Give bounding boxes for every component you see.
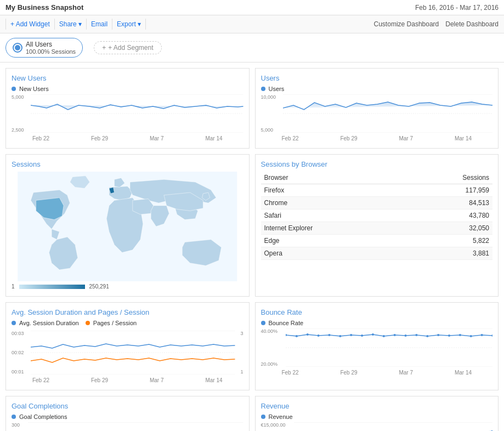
add-segment-icon: +	[102, 44, 106, 52]
revenue-widget: Revenue Revenue €15,000.00 €7,500.00	[255, 396, 499, 431]
users-legend: Users	[261, 86, 493, 92]
new-users-legend-label: New Users	[19, 86, 49, 92]
svg-point-26	[426, 335, 428, 337]
browser-table-body: Firefox117,959Chrome84,513Safari43,780In…	[261, 184, 493, 260]
browser-table-row: Firefox117,959	[261, 184, 493, 197]
segment-pill[interactable]: All Users 100.00% Sessions	[5, 38, 83, 58]
goal-completions-chart	[28, 422, 243, 431]
map-scale-bar	[19, 285, 85, 289]
browser-sessions: 32,050	[405, 222, 492, 235]
world-map-svg	[12, 172, 243, 281]
add-segment-button[interactable]: + + Add Segment	[94, 41, 161, 54]
browser-sessions: 5,822	[405, 235, 492, 247]
users-y-max: 10,000	[261, 94, 276, 100]
new-users-x-labels: Feb 22 Feb 29 Mar 7 Mar 14	[12, 134, 243, 143]
svg-point-16	[317, 334, 319, 337]
segment-bar: All Users 100.00% Sessions + + Add Segme…	[0, 33, 504, 63]
svg-point-28	[448, 334, 450, 337]
avg-session-dot2	[86, 321, 90, 325]
add-widget-button[interactable]: + Add Widget	[5, 19, 55, 30]
goal-completions-label: Goal Completions	[19, 413, 67, 420]
bounce-y-mid: 20.00%	[261, 361, 278, 367]
browser-table-row: Safari43,780	[261, 209, 493, 222]
new-users-widget: New Users New Users 5,000 2,500	[5, 68, 250, 149]
browser-table-row: Opera3,881	[261, 247, 493, 260]
users-title: Users	[261, 74, 493, 82]
top-bar: My Business Snapshot Feb 16, 2016 - Mar …	[0, 0, 504, 15]
browser-sessions: 117,959	[405, 184, 492, 197]
revenue-chart	[294, 422, 493, 431]
browser-name: Opera	[261, 247, 406, 260]
goal-y-max: 300	[12, 422, 20, 428]
revenue-dot	[261, 415, 265, 419]
segment-name: All Users	[26, 41, 76, 48]
new-users-legend: New Users	[12, 86, 243, 92]
sessions-widget: Sessions	[5, 154, 250, 297]
toolbar-right: Customize Dashboard Delete Dashboard	[374, 20, 499, 28]
sessions-by-browser-widget: Sessions by Browser Browser Sessions Fir…	[255, 154, 499, 297]
customize-dashboard-button[interactable]: Customize Dashboard	[374, 20, 439, 28]
avg-session-widget: Avg. Session Duration and Pages / Sessio…	[5, 302, 250, 390]
svg-point-21	[371, 333, 373, 336]
revenue-y-max: €15,000.00	[261, 422, 286, 428]
revenue-legend: Revenue	[261, 413, 493, 420]
bounce-rate-x-labels: Feb 22 Feb 29 Mar 7 Mar 14	[261, 368, 493, 377]
new-users-y-max: 5,000	[12, 94, 24, 100]
avg-session-chart	[31, 331, 235, 375]
segment-info: All Users 100.00% Sessions	[26, 41, 76, 55]
new-users-chart	[31, 94, 243, 133]
browser-name: Safari	[261, 209, 406, 222]
bounce-rate-dot	[261, 321, 265, 325]
delete-dashboard-button[interactable]: Delete Dashboard	[445, 20, 499, 28]
browser-name: Firefox	[261, 184, 406, 197]
avg-session-title: Avg. Session Duration and Pages / Sessio…	[12, 308, 243, 316]
sessions-col-header: Sessions	[405, 172, 492, 184]
browser-table: Browser Sessions Firefox117,959Chrome84,…	[261, 172, 493, 260]
avg-session-x-labels: Feb 22 Feb 29 Mar 7 Mar 14	[12, 376, 243, 384]
page-title: My Business Snapshot	[5, 3, 83, 12]
new-users-legend-dot	[12, 87, 16, 91]
svg-point-31	[480, 334, 483, 336]
bounce-y-max: 40.00%	[261, 328, 278, 334]
goal-completions-legend: Goal Completions	[12, 413, 243, 420]
share-button[interactable]: Share ▾	[55, 19, 87, 30]
browser-col-header: Browser	[261, 172, 406, 184]
svg-point-20	[361, 334, 363, 337]
add-segment-label: + Add Segment	[108, 44, 153, 52]
toolbar: + Add Widget Share ▾ Email Export ▾ Cust…	[0, 15, 504, 33]
avg-y-max: 00:03	[12, 331, 24, 336]
goal-completions-dot	[12, 415, 16, 419]
browser-table-row: Edge5,822	[261, 235, 493, 247]
users-legend-dot	[261, 87, 265, 91]
export-button[interactable]: Export ▾	[112, 19, 146, 30]
revenue-title: Revenue	[261, 402, 493, 410]
email-button[interactable]: Email	[87, 19, 112, 30]
svg-point-32	[491, 334, 492, 337]
avg-session-legend2: Pages / Session	[86, 320, 137, 326]
toolbar-left: + Add Widget Share ▾ Email Export ▾	[5, 19, 146, 30]
new-users-title: New Users	[12, 74, 243, 82]
svg-point-29	[458, 334, 461, 336]
svg-point-24	[404, 334, 406, 337]
date-range: Feb 16, 2016 - Mar 17, 2016	[415, 4, 499, 12]
map-scale-min: 1	[12, 283, 15, 290]
users-widget: Users Users 10,000 5,000	[255, 68, 499, 149]
svg-point-25	[415, 334, 417, 336]
new-users-y-mid: 2,500	[12, 127, 24, 133]
avg-y-min: 00:01	[12, 369, 24, 375]
sessions-map	[12, 172, 243, 281]
map-scale-max: 250,291	[89, 283, 109, 290]
browser-sessions: 3,881	[405, 247, 492, 260]
bounce-rate-title: Bounce Rate	[261, 308, 493, 316]
bounce-rate-widget: Bounce Rate Bounce Rate 40.00% 20.00%	[255, 302, 499, 390]
svg-point-22	[382, 335, 384, 337]
sessions-by-browser-title: Sessions by Browser	[261, 160, 493, 168]
users-chart	[283, 94, 493, 133]
avg-session-legend1: Avg. Session Duration	[12, 320, 79, 326]
users-y-mid: 5,000	[261, 127, 276, 133]
new-users-y-labels: 5,000 2,500	[12, 94, 24, 133]
goal-completions-title: Goal Completions	[12, 402, 243, 410]
avg-y-right-bot: 1	[240, 369, 243, 375]
avg-session-label1: Avg. Session Duration	[19, 320, 79, 326]
sessions-title: Sessions	[12, 160, 243, 168]
